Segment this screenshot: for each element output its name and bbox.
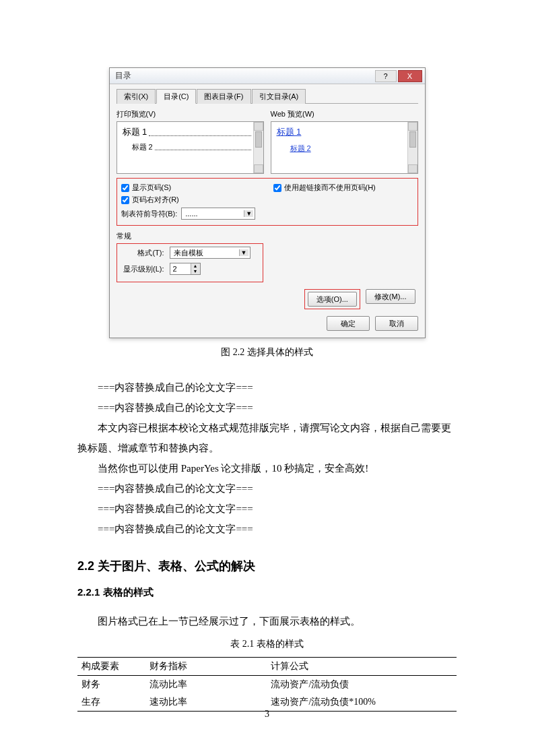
spin-up-icon[interactable]: ▲ (191, 263, 200, 269)
help-button[interactable]: ? (375, 70, 397, 82)
cancel-button[interactable]: 取消 (375, 316, 418, 331)
leader-dots (149, 135, 251, 136)
options-highlight: 显示页码(S) 页码右对齐(R) 制表符前导符(B): ...... ▼ (116, 178, 418, 226)
replace-line-2: ===内容替换成自己的论文文字=== (77, 398, 457, 418)
right-align-input[interactable] (121, 196, 129, 204)
toc-dialog: 目录 ? X 索引(X) 目录(C) 图表目录(F) 引文目录(A) 打印预览(… (109, 67, 426, 338)
web-preview-box: 标题 1 标题 2 (271, 121, 418, 174)
replace-line-5: ===内容替换成自己的论文文字=== (77, 519, 457, 539)
modify-button[interactable]: 修改(M)... (366, 289, 415, 304)
table-intro: 图片格式已在上一节已经展示过了，下面展示表格的样式。 (77, 611, 457, 631)
format-combo[interactable]: 来自模板 ▼ (170, 247, 251, 259)
toc-entry-2: 标题 2 3 (123, 142, 258, 152)
print-preview-box: 标题 1 1 标题 2 3 (116, 121, 264, 174)
tab-leader-field: 制表符前导符(B): ...... ▼ (121, 208, 261, 220)
options-button-highlight: 选项(O)... (304, 289, 360, 309)
toc-entry-2-label: 标题 2 (132, 142, 153, 152)
left-options: 显示页码(S) 页码右对齐(R) 制表符前导符(B): ...... ▼ (121, 183, 261, 220)
leader-dots (155, 150, 252, 150)
subsection-heading: 2.2.1 表格的样式 (77, 586, 457, 599)
hyperlink-input[interactable] (273, 184, 281, 192)
scrollbar[interactable] (253, 122, 263, 173)
levels-row: 显示级别(L): 2 ▲ ▼ (121, 263, 259, 275)
show-pagenum-label: 显示页码(S) (132, 183, 172, 193)
show-pagenum-checkbox[interactable]: 显示页码(S) (121, 183, 261, 193)
replace-line-1: ===内容替换成自己的论文文字=== (77, 377, 457, 398)
toc-entry-1: 标题 1 1 (123, 126, 258, 138)
levels-spinner[interactable]: 2 ▲ ▼ (170, 263, 201, 275)
section-heading: 2.2 关于图片、表格、公式的解决 (77, 558, 457, 574)
th-component: 构成要素 (77, 658, 145, 676)
tab-strip: 索引(X) 目录(C) 图表目录(F) 引文目录(A) (116, 88, 418, 104)
spinner-controls[interactable]: ▲ ▼ (191, 263, 200, 274)
replace-line-3: ===内容替换成自己的论文文字=== (77, 478, 457, 499)
ok-button[interactable]: 确定 (327, 316, 370, 331)
page-number: 3 (0, 709, 534, 720)
web-preview-label: Web 预览(W) (271, 109, 418, 119)
tab-leader-label: 制表符前导符(B): (121, 209, 178, 219)
tab-figures[interactable]: 图表目录(F) (197, 89, 251, 104)
chevron-down-icon: ▼ (239, 249, 248, 256)
scroll-thumb[interactable] (255, 131, 262, 148)
body-paragraph-1: 本文内容已根据本校论文格式规范排版完毕，请撰写论文内容，根据自己需要更换标题、增… (77, 418, 457, 458)
tab-leader-combo[interactable]: ...... ▼ (181, 208, 255, 220)
replace-line-4: ===内容替换成自己的论文文字=== (77, 499, 457, 519)
options-button[interactable]: 选项(O)... (308, 292, 357, 307)
dialog-titlebar: 目录 ? X (110, 68, 425, 84)
web-preview-col: Web 预览(W) 标题 1 标题 2 (271, 109, 418, 174)
dialog-body: 索引(X) 目录(C) 图表目录(F) 引文目录(A) 打印预览(V) 标题 1… (110, 84, 425, 338)
print-preview-label: 打印预览(V) (116, 109, 264, 119)
general-section-label: 常规 (116, 231, 418, 241)
preview-row: 打印预览(V) 标题 1 1 标题 2 3 (116, 104, 418, 174)
figure-dialog: 目录 ? X 索引(X) 目录(C) 图表目录(F) 引文目录(A) 打印预览(… (77, 67, 457, 338)
format-value: 来自模板 (174, 248, 203, 258)
middle-button-row: 选项(O)... 修改(M)... (116, 289, 418, 309)
body-paragraph-2: 当然你也可以使用 PaperYes 论文排版，10 秒搞定，安全高效! (77, 458, 457, 478)
tab-index[interactable]: 索引(X) (116, 89, 156, 104)
scroll-down-icon[interactable] (408, 164, 418, 173)
hyperlink-checkbox[interactable]: 使用超链接而不使用页码(H) (273, 183, 413, 193)
format-label: 格式(T): (121, 248, 164, 258)
tab-leader-value: ...... (185, 210, 197, 218)
data-table: 构成要素 财务指标 计算公式 财务 流动比率 流动资产/流动负债 生存 速动比率… (77, 657, 457, 712)
scroll-up-icon[interactable] (408, 122, 418, 131)
figure-caption: 图 2.2 选择具体的样式 (77, 346, 457, 358)
table-caption: 表 2.1 表格的样式 (77, 638, 457, 650)
th-indicator: 财务指标 (145, 658, 267, 676)
dialog-title: 目录 (115, 70, 131, 82)
web-link-2[interactable]: 标题 2 (277, 144, 412, 154)
tab-toc[interactable]: 目录(C) (156, 89, 196, 104)
hyperlink-label: 使用超链接而不使用页码(H) (284, 183, 376, 193)
td: 流动资产/流动负债 (267, 676, 457, 694)
scrollbar[interactable] (407, 122, 418, 173)
dialog-button-row: 确定 取消 (116, 316, 418, 331)
scroll-down-icon[interactable] (254, 164, 263, 173)
close-button[interactable]: X (398, 70, 422, 82)
levels-label: 显示级别(L): (121, 264, 164, 274)
general-highlight: 格式(T): 来自模板 ▼ 显示级别(L): 2 ▲ ▼ (116, 243, 263, 282)
right-options: 使用超链接而不使用页码(H) (268, 183, 413, 220)
table-header-row: 构成要素 财务指标 计算公式 (77, 658, 457, 676)
spin-down-icon[interactable]: ▼ (191, 269, 200, 274)
toc-entry-1-label: 标题 1 (123, 126, 147, 138)
right-align-checkbox[interactable]: 页码右对齐(R) (121, 195, 261, 205)
right-align-label: 页码右对齐(R) (132, 195, 179, 205)
web-link-1[interactable]: 标题 1 (277, 127, 302, 137)
levels-value: 2 (170, 265, 191, 273)
chevron-down-icon: ▼ (244, 210, 253, 217)
td: 财务 (77, 676, 145, 694)
window-controls: ? X (374, 70, 422, 82)
table-row: 财务 流动比率 流动资产/流动负债 (77, 676, 457, 694)
show-pagenum-input[interactable] (121, 184, 129, 192)
format-row: 格式(T): 来自模板 ▼ (121, 247, 259, 259)
print-preview-col: 打印预览(V) 标题 1 1 标题 2 3 (116, 109, 264, 174)
tab-citations[interactable]: 引文目录(A) (252, 89, 306, 104)
th-formula: 计算公式 (267, 658, 457, 676)
scroll-thumb[interactable] (409, 131, 416, 148)
td: 流动比率 (145, 676, 267, 694)
scroll-up-icon[interactable] (254, 122, 263, 131)
